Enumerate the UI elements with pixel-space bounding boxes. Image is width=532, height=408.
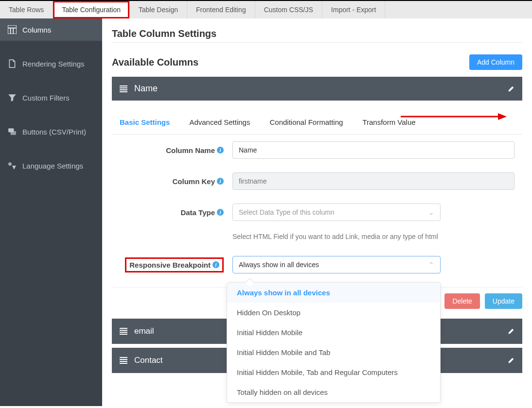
dropdown-option[interactable]: Initial Hidden Mobile bbox=[227, 323, 440, 342]
svg-point-6 bbox=[8, 162, 12, 166]
drag-handle-icon[interactable] bbox=[120, 328, 127, 335]
section-title: Available Columns bbox=[112, 57, 198, 68]
inner-tab-conditional[interactable]: Conditional Formatting bbox=[269, 118, 343, 128]
sidebar-item-rendering[interactable]: Rendering Settings bbox=[0, 52, 102, 75]
chevron-down-icon: ⌄ bbox=[428, 208, 434, 216]
add-column-button[interactable]: Add Column bbox=[469, 54, 522, 70]
svg-rect-0 bbox=[8, 25, 17, 34]
dropdown-option[interactable]: Initial Hidden Mobile and Tab bbox=[227, 342, 440, 362]
label-breakpoint: Responsive Breakpoint i bbox=[120, 257, 227, 272]
sidebar-item-buttons[interactable]: Buttons (CSV/Print) bbox=[0, 120, 102, 143]
edit-icon[interactable] bbox=[508, 85, 514, 92]
svg-rect-5 bbox=[11, 131, 16, 135]
sidebar-item-language[interactable]: Language Settings bbox=[0, 154, 102, 177]
tab-custom-css-js[interactable]: Custom CSS/JS bbox=[255, 1, 322, 18]
data-type-help: Select HTML Field if you want to add Lin… bbox=[232, 233, 514, 240]
divider bbox=[112, 42, 522, 43]
tab-table-design[interactable]: Table Design bbox=[130, 1, 187, 18]
svg-rect-8 bbox=[120, 87, 127, 88]
inner-tabs: Basic Settings Advanced Settings Conditi… bbox=[112, 104, 522, 135]
svg-rect-10 bbox=[120, 91, 127, 92]
svg-rect-14 bbox=[120, 330, 127, 331]
dropdown-option[interactable]: Initial Hidden Mobile, Tab and Regular C… bbox=[227, 362, 440, 382]
data-type-select[interactable]: Select Data Type of this column ⌄ bbox=[232, 204, 441, 221]
delete-button[interactable]: Delete bbox=[444, 293, 479, 309]
sidebar-item-label: Buttons (CSV/Print) bbox=[22, 128, 86, 136]
table-icon bbox=[8, 25, 17, 34]
top-tabs: Table Rows Table Configuration Table Des… bbox=[0, 0, 532, 18]
column-title: Contact bbox=[134, 356, 163, 365]
file-icon bbox=[8, 59, 17, 68]
dropdown-option[interactable]: Always show in all devices bbox=[227, 283, 440, 303]
page-title: Table Column Settings bbox=[112, 28, 522, 39]
inner-tab-advanced[interactable]: Advanced Settings bbox=[189, 118, 250, 128]
chevron-up-icon: ⌃ bbox=[428, 261, 434, 269]
svg-rect-9 bbox=[120, 89, 127, 90]
edit-icon[interactable] bbox=[508, 357, 514, 364]
sidebar: Columns Rendering Settings Custom Filter… bbox=[0, 18, 102, 406]
edit-icon[interactable] bbox=[508, 328, 514, 335]
svg-rect-18 bbox=[120, 359, 127, 360]
label-data-type: Data Type i bbox=[120, 208, 227, 217]
column-title: Name bbox=[134, 84, 158, 94]
sidebar-item-label: Columns bbox=[22, 26, 51, 34]
sidebar-item-label: Custom Filters bbox=[22, 94, 70, 102]
filter-icon bbox=[8, 93, 17, 102]
breakpoint-select[interactable]: Always show in all devices ⌃ bbox=[232, 256, 441, 273]
sidebar-item-label: Rendering Settings bbox=[22, 60, 85, 68]
dropdown-option[interactable]: Totally hidden on all devices bbox=[227, 382, 440, 402]
tab-import-export[interactable]: Import - Export bbox=[322, 1, 386, 18]
dropdown-option[interactable]: Hidden On Desktop bbox=[227, 303, 440, 323]
svg-rect-16 bbox=[120, 334, 127, 335]
column-header-name[interactable]: Name bbox=[112, 77, 522, 101]
column-title: email bbox=[134, 326, 154, 336]
breakpoint-dropdown: Always show in all devices Hidden On Des… bbox=[227, 282, 441, 403]
svg-rect-19 bbox=[120, 361, 127, 362]
info-icon[interactable]: i bbox=[217, 178, 224, 185]
sidebar-item-filters[interactable]: Custom Filters bbox=[0, 86, 102, 109]
label-column-name: Column Name i bbox=[120, 146, 227, 154]
language-icon bbox=[8, 161, 17, 170]
update-button[interactable]: Update bbox=[485, 293, 522, 309]
svg-rect-15 bbox=[120, 332, 127, 333]
sidebar-item-label: Language Settings bbox=[22, 162, 83, 170]
info-icon[interactable]: i bbox=[213, 261, 219, 268]
inner-tab-basic[interactable]: Basic Settings bbox=[120, 118, 170, 128]
inner-tab-transform[interactable]: Transform Value bbox=[362, 118, 415, 128]
svg-rect-20 bbox=[120, 363, 127, 364]
column-name-input[interactable] bbox=[232, 141, 514, 159]
info-icon[interactable]: i bbox=[217, 147, 224, 153]
svg-rect-7 bbox=[120, 85, 127, 86]
tab-table-rows[interactable]: Table Rows bbox=[0, 1, 53, 18]
tab-frontend-editing[interactable]: Frontend Editing bbox=[187, 1, 255, 18]
column-key-input bbox=[232, 172, 514, 190]
tab-table-configuration[interactable]: Table Configuration bbox=[53, 1, 130, 18]
info-icon[interactable]: i bbox=[217, 209, 224, 216]
sidebar-item-columns[interactable]: Columns bbox=[0, 18, 102, 41]
svg-rect-17 bbox=[120, 357, 127, 358]
drag-handle-icon[interactable] bbox=[120, 357, 127, 364]
svg-rect-13 bbox=[120, 328, 127, 329]
buttons-icon bbox=[8, 127, 17, 136]
label-column-key: Column Key i bbox=[120, 177, 227, 186]
drag-handle-icon[interactable] bbox=[120, 85, 127, 92]
main-content: Table Column Settings Available Columns … bbox=[102, 18, 532, 406]
